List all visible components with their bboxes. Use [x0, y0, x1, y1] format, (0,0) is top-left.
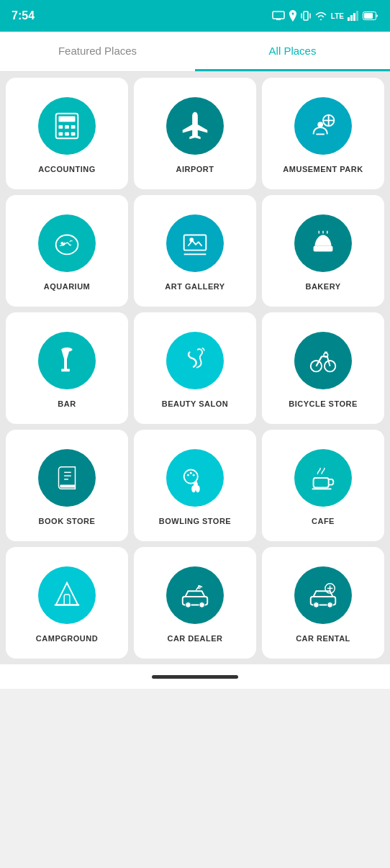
- place-item-art-gallery[interactable]: ART GALLERY: [134, 195, 256, 307]
- svg-point-22: [56, 235, 78, 254]
- bakery-label: BAKERY: [305, 282, 340, 291]
- bottom-bar: [0, 664, 390, 689]
- place-item-bowling-store[interactable]: BOWLING STORE: [134, 430, 256, 541]
- place-item-car-dealer[interactable]: $CAR DEALER: [134, 547, 256, 659]
- place-item-accounting[interactable]: ACCOUNTING: [6, 78, 128, 189]
- amusement-park-icon-circle: [294, 97, 352, 155]
- beauty-salon-icon-circle: [166, 332, 224, 389]
- svg-point-52: [199, 602, 205, 607]
- svg-point-24: [63, 242, 64, 243]
- svg-rect-7: [353, 13, 355, 21]
- cafe-label: CAFE: [312, 517, 335, 525]
- svg-rect-39: [60, 484, 75, 487]
- accounting-icon-circle: [38, 97, 96, 155]
- place-item-airport[interactable]: AIRPORT: [134, 78, 256, 189]
- car-dealer-icon-circle: $: [166, 566, 224, 624]
- place-item-beauty-salon[interactable]: BEAUTY SALON: [134, 312, 256, 424]
- vibrate-icon: [301, 10, 311, 22]
- tab-all-places[interactable]: All Places: [195, 32, 390, 71]
- svg-rect-0: [273, 12, 284, 19]
- screen-icon: [272, 11, 285, 21]
- svg-point-27: [189, 238, 194, 242]
- airport-label: AIRPORT: [176, 165, 214, 173]
- place-item-amusement-park[interactable]: AMUSEMENT PARK: [262, 78, 384, 189]
- airport-icon-circle: [166, 97, 224, 155]
- svg-point-43: [184, 469, 198, 483]
- svg-rect-15: [71, 125, 76, 129]
- bicycle-store-icon-circle: [294, 332, 352, 389]
- location-icon: [289, 10, 297, 22]
- bowling-store-label: BOWLING STORE: [159, 517, 231, 525]
- svg-text:$: $: [198, 584, 201, 590]
- bicycle-store-label: BICYCLE STORE: [289, 399, 358, 408]
- wifi-icon: [314, 11, 327, 21]
- svg-rect-10: [364, 13, 373, 19]
- svg-point-51: [186, 602, 191, 607]
- svg-rect-14: [65, 125, 69, 129]
- svg-rect-28: [314, 245, 333, 251]
- signal-icon: [348, 11, 359, 21]
- lte-icon: LTE: [331, 12, 344, 20]
- bar-icon-circle: [38, 332, 96, 389]
- svg-point-56: [327, 602, 333, 607]
- svg-point-45: [190, 471, 192, 474]
- svg-rect-2: [304, 12, 308, 20]
- book-store-label: BOOK STORE: [39, 517, 96, 525]
- amusement-park-label: AMUSEMENT PARK: [283, 165, 363, 173]
- place-item-cafe[interactable]: CAFE: [262, 430, 384, 541]
- battery-icon: [363, 12, 378, 20]
- places-grid: ACCOUNTINGAIRPORTAMUSEMENT PARKAQUARIUMA…: [0, 72, 390, 664]
- place-item-bicycle-store[interactable]: BICYCLE STORE: [262, 312, 384, 424]
- svg-point-32: [61, 347, 72, 351]
- car-rental-label: CAR RENTAL: [296, 634, 350, 643]
- svg-point-44: [187, 474, 189, 476]
- svg-point-46: [193, 474, 195, 476]
- home-indicator: [152, 675, 238, 679]
- art-gallery-label: ART GALLERY: [165, 282, 225, 291]
- svg-rect-5: [348, 17, 350, 21]
- place-item-aquarium[interactable]: AQUARIUM: [6, 195, 128, 307]
- cafe-icon-circle: [294, 449, 352, 507]
- tab-bar: Featured Places All Places: [0, 32, 390, 72]
- svg-point-55: [314, 602, 319, 607]
- aquarium-icon-circle: [38, 214, 96, 272]
- svg-rect-25: [184, 235, 207, 250]
- bar-label: BAR: [58, 399, 76, 408]
- car-rental-icon-circle: [294, 566, 352, 624]
- place-item-bakery[interactable]: BAKERY: [262, 195, 384, 307]
- campground-label: CAMPGROUND: [36, 634, 98, 643]
- car-dealer-label: CAR DEALER: [167, 634, 222, 643]
- aquarium-label: AQUARIUM: [44, 282, 91, 291]
- svg-rect-1: [276, 19, 281, 20]
- book-store-icon-circle: [38, 449, 96, 507]
- svg-point-20: [317, 122, 323, 127]
- bakery-icon-circle: [294, 214, 352, 272]
- status-time: 7:54: [12, 9, 35, 22]
- status-icons: LTE: [272, 10, 378, 22]
- svg-rect-17: [65, 132, 69, 135]
- beauty-salon-label: BEAUTY SALON: [162, 399, 229, 408]
- bowling-store-icon-circle: [166, 449, 224, 507]
- svg-rect-12: [59, 116, 76, 122]
- tab-featured[interactable]: Featured Places: [0, 32, 195, 71]
- svg-rect-18: [71, 132, 76, 135]
- svg-point-23: [60, 242, 65, 245]
- svg-rect-6: [350, 15, 353, 21]
- svg-rect-16: [59, 132, 63, 135]
- accounting-label: ACCOUNTING: [38, 165, 96, 173]
- svg-rect-13: [59, 125, 63, 129]
- place-item-car-rental[interactable]: CAR RENTAL: [262, 547, 384, 659]
- place-item-bar[interactable]: BAR: [6, 312, 128, 424]
- svg-rect-8: [356, 11, 358, 21]
- campground-icon-circle: [38, 566, 96, 624]
- art-gallery-icon-circle: [166, 214, 224, 272]
- place-item-campground[interactable]: CAMPGROUND: [6, 547, 128, 659]
- place-item-book-store[interactable]: BOOK STORE: [6, 430, 128, 541]
- svg-rect-47: [314, 478, 329, 487]
- status-bar: 7:54 LTE: [0, 0, 390, 32]
